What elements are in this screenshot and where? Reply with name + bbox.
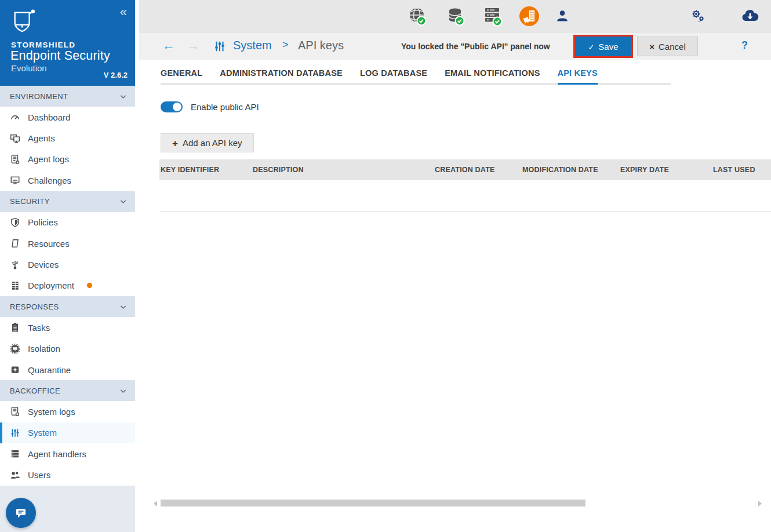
- database-status-icon[interactable]: [445, 6, 468, 29]
- deployment-pending-icon[interactable]: [518, 5, 540, 27]
- brand-product: Endpoint Security: [10, 49, 110, 63]
- sidebar-item-agent-handlers[interactable]: Agent handlers: [0, 443, 135, 464]
- sidebar-item-label: Quarantine: [28, 365, 71, 375]
- save-button[interactable]: ✓Save: [575, 37, 631, 56]
- column-header-key-identifier[interactable]: KEY IDENTIFIER: [159, 166, 253, 174]
- sidebar-item-system[interactable]: System: [0, 422, 135, 443]
- horizontal-scrollbar: [154, 500, 762, 507]
- status-bar: [139, 0, 771, 33]
- sidebar-item-label: System logs: [28, 407, 75, 417]
- sidebar-item-label: Agent logs: [28, 154, 69, 164]
- tab-log-database[interactable]: LOG DATABASE: [360, 68, 427, 85]
- sidebar-item-dashboard[interactable]: Dashboard: [0, 107, 135, 127]
- scroll-right-arrow[interactable]: [758, 501, 762, 507]
- collapse-sidebar-icon[interactable]: «: [120, 5, 127, 20]
- deployment-icon: [10, 280, 20, 291]
- sidebar-item-label: Isolation: [28, 344, 60, 354]
- system-logs-icon: [10, 406, 20, 417]
- sidebar-item-devices[interactable]: Devices: [0, 254, 135, 275]
- sidebar-item-label: Challenges: [28, 176, 71, 185]
- sidebar-item-tasks[interactable]: Tasks: [0, 317, 135, 338]
- agent-handlers-icon: [10, 449, 20, 459]
- sidebar-item-label: Users: [28, 470, 50, 480]
- chat-support-button[interactable]: [6, 498, 36, 528]
- forward-arrow-icon: →: [187, 38, 199, 53]
- breadcrumb-section[interactable]: System: [233, 39, 272, 52]
- scrollbar-thumb[interactable]: [161, 500, 585, 507]
- section-label: SECURITY: [10, 197, 119, 206]
- enable-public-api-label: Enable public API: [191, 102, 259, 112]
- api-keys-table-header: KEY IDENTIFIER DESCRIPTION CREATION DATE…: [159, 159, 771, 180]
- section-label: RESPONSES: [10, 303, 119, 311]
- api-keys-table: KEY IDENTIFIER DESCRIPTION CREATION DATE…: [159, 159, 771, 212]
- internet-status-icon[interactable]: [406, 6, 430, 29]
- empty-table-row: [159, 180, 771, 212]
- back-arrow-icon[interactable]: ←: [162, 38, 175, 53]
- action-bar: ← → System > API keys You locked the "Pu…: [139, 33, 771, 60]
- sidebar-item-label: Policies: [28, 217, 58, 227]
- cloud-download-icon[interactable]: [741, 8, 759, 24]
- system-icon: [10, 428, 20, 438]
- services-icon[interactable]: [690, 8, 706, 24]
- sidebar-item-resources[interactable]: Resources: [0, 233, 135, 254]
- chevron-down-icon: [119, 198, 127, 205]
- section-label: ENVIRONMENT: [10, 92, 119, 101]
- sidebar-item-label: Dashboard: [28, 112, 70, 122]
- chevron-down-icon: [119, 93, 127, 100]
- plus-icon: +: [172, 138, 178, 149]
- section-responses[interactable]: RESPONSES: [0, 296, 135, 317]
- annotation-highlight: ✓Save: [573, 35, 633, 58]
- lock-notification-text: You locked the "Public API" panel now: [401, 42, 550, 51]
- resources-icon: [10, 238, 20, 249]
- cancel-button[interactable]: ×Cancel: [637, 37, 698, 56]
- system-breadcrumb-icon: [213, 40, 226, 53]
- deployment-pending-dot: [87, 283, 92, 288]
- breadcrumb-page: API keys: [298, 39, 344, 52]
- enable-public-api-row: Enable public API: [161, 101, 259, 112]
- challenges-icon: [10, 175, 20, 185]
- breadcrumb-separator: >: [282, 39, 289, 51]
- sidebar-item-deployment[interactable]: Deployment: [0, 275, 135, 296]
- sidebar-item-challenges[interactable]: Challenges: [0, 170, 135, 191]
- column-header-last-used[interactable]: LAST USED: [713, 166, 771, 174]
- main-area: ← → System > API keys You locked the "Pu…: [135, 0, 771, 532]
- brand-version: V 2.6.2: [104, 71, 128, 79]
- server-status-icon[interactable]: [482, 6, 505, 29]
- cancel-label: Cancel: [659, 42, 686, 52]
- tab-email-notifications[interactable]: EMAIL NOTIFICATIONS: [445, 68, 540, 85]
- add-api-key-button[interactable]: +Add an API key: [161, 133, 254, 152]
- sidebar-item-quarantine[interactable]: Quarantine: [0, 359, 135, 380]
- section-backoffice[interactable]: BACKOFFICE: [0, 380, 135, 401]
- enable-public-api-toggle[interactable]: [161, 101, 183, 112]
- section-environment[interactable]: ENVIRONMENT: [0, 86, 135, 107]
- tasks-icon: [10, 322, 20, 333]
- user-account-icon[interactable]: [555, 8, 570, 23]
- brand-header: « STORMSHIELD Endpoint Security Evolutio…: [0, 0, 135, 86]
- sidebar-nav: ENVIRONMENT Dashboard Agents Agent logs …: [0, 86, 135, 486]
- sidebar-item-agents[interactable]: Agents: [0, 127, 135, 148]
- app-window: « STORMSHIELD Endpoint Security Evolutio…: [0, 0, 771, 532]
- column-header-creation-date[interactable]: CREATION DATE: [435, 166, 522, 174]
- sidebar-item-policies[interactable]: Policies: [0, 212, 135, 233]
- sidebar-item-isolation[interactable]: Isolation: [0, 338, 135, 359]
- tab-administration-database[interactable]: ADMINISTRATION DATABASE: [220, 68, 343, 85]
- sidebar-item-system-logs[interactable]: System logs: [0, 401, 135, 422]
- column-header-description[interactable]: DESCRIPTION: [253, 166, 435, 174]
- sidebar-item-users[interactable]: Users: [0, 464, 135, 485]
- tab-api-keys[interactable]: API KEYS: [558, 68, 598, 85]
- agents-icon: [10, 133, 20, 144]
- section-security[interactable]: SECURITY: [0, 191, 135, 212]
- sidebar-item-agent-logs[interactable]: Agent logs: [0, 149, 135, 170]
- dashboard-icon: [10, 112, 20, 122]
- quarantine-icon: [10, 365, 20, 375]
- sidebar-item-label: Agents: [28, 133, 55, 143]
- column-header-expiry-date[interactable]: EXPIRY DATE: [620, 166, 713, 174]
- tab-general[interactable]: GENERAL: [161, 68, 202, 85]
- agent-logs-icon: [10, 154, 20, 165]
- stormshield-logo-icon: [10, 8, 37, 35]
- scroll-left-arrow[interactable]: [154, 501, 157, 507]
- toggle-knob: [173, 103, 181, 111]
- column-header-modification-date[interactable]: MODIFICATION DATE: [522, 166, 620, 174]
- help-button[interactable]: ?: [741, 39, 748, 52]
- close-icon: ×: [649, 42, 654, 52]
